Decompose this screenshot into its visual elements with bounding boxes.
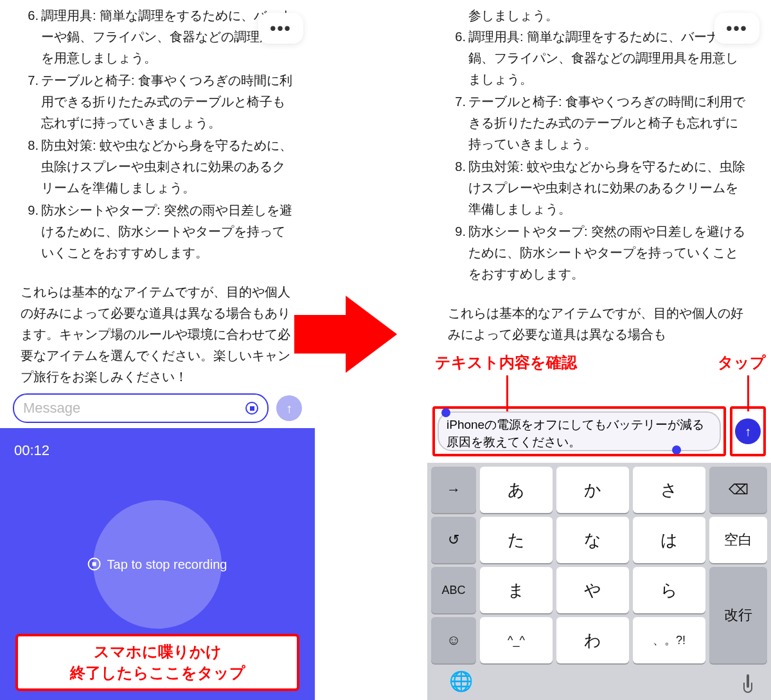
message-text: iPhoneの電源をオフにしてもバッテリーが減る原因を教えてください。 [447, 418, 704, 449]
screen-after: 参しましょう。 調理用具: 簡単な調理をするために、バーナーや鍋、フライパン、食… [427, 0, 771, 700]
list-item: 調理用具: 簡単な調理をするために、バーナーや鍋、フライパン、食器などの調理用具… [448, 26, 750, 90]
list-item-fragment: 参しましょう。 [448, 5, 750, 26]
instruction-callout: スマホに喋りかけ 終了したらここをタップ [15, 634, 299, 691]
key-na[interactable]: な [556, 517, 629, 563]
key-ka[interactable]: か [556, 467, 629, 513]
key-undo[interactable]: ↺ [431, 517, 476, 563]
annotation-check-text: テキスト内容を確認 [435, 352, 577, 388]
key-emoji[interactable]: ☺ [431, 617, 476, 663]
annotation-row: テキスト内容を確認 タップ [427, 352, 771, 388]
key-ma[interactable]: ま [480, 567, 553, 613]
stop-record-icon[interactable] [245, 402, 258, 415]
message-input[interactable]: iPhoneの電源をオフにしてもバッテリーが減る原因を教えてください。 [438, 411, 721, 451]
key-kaomoji[interactable]: ^_^ [480, 617, 553, 663]
selection-handle-end[interactable] [672, 445, 681, 454]
selection-handle-start[interactable] [441, 408, 450, 417]
list-item: 防水シートやタープ: 突然の雨や日差しを避けるために、防水シートやタープを持って… [21, 200, 294, 264]
recording-panel: 00:12 Tap to stop recording スマホに喋りかけ 終了し… [0, 428, 315, 700]
key-next-candidate[interactable]: → [431, 467, 476, 513]
key-wa[interactable]: わ [556, 617, 629, 663]
mic-icon[interactable] [747, 676, 749, 687]
arrow-icon [346, 296, 397, 373]
transition-arrow [315, 289, 427, 379]
message-input[interactable]: Message [13, 393, 269, 423]
filled-input-row: iPhoneの電源をオフにしてもバッテリーが減る原因を教えてください。 ↑ [432, 406, 766, 456]
highlighted-text-field: iPhoneの電源をオフにしてもバッテリーが減る原因を教えてください。 [432, 406, 726, 456]
callout-line1: スマホに喋りかけ [22, 642, 293, 662]
ios-keyboard: → ↺ ABC ☺ あ か さ た な は [427, 463, 771, 700]
globe-icon[interactable]: 🌐 [449, 670, 473, 692]
screen-before: 調理用具: 簡単な調理をするために、バーナーや鍋、フライパン、食器などの調理用具… [0, 0, 315, 700]
chat-content: 調理用具: 簡単な調理をするために、バーナーや鍋、フライパン、食器などの調理用具… [0, 0, 315, 393]
highlighted-send: ↑ [730, 406, 766, 456]
key-return[interactable]: 改行 [709, 567, 767, 663]
list-item: テーブルと椅子: 食事やくつろぎの時間に利用できる折りたたみ式のテーブルと椅子も… [21, 70, 294, 134]
summary-text: これらは基本的なアイテムですが、目的や個人の好みによって必要な道具は異なる場合も [448, 303, 750, 345]
list-item: 防虫対策: 蚊や虫などから身を守るために、虫除けスプレーや虫刺されに効果のあるク… [21, 135, 294, 199]
send-button[interactable]: ↑ [735, 418, 761, 444]
message-placeholder: Message [23, 400, 80, 417]
list-item: 調理用具: 簡単な調理をするために、バーナーや鍋、フライパン、食器などの調理用具… [21, 5, 294, 69]
key-ya[interactable]: や [556, 567, 629, 613]
key-ta[interactable]: た [480, 517, 553, 563]
more-button[interactable]: ••• [258, 13, 303, 44]
callout-line2: 終了したらここをタップ [22, 663, 293, 683]
list-item: 防虫対策: 蚊や虫などから身を守るために、虫除けスプレーや虫刺されに効果のあるク… [448, 156, 750, 220]
key-punct[interactable]: 、。?! [633, 617, 705, 663]
key-ha[interactable]: は [633, 517, 705, 563]
annotation-tap: タップ [718, 352, 766, 388]
chat-content: 参しましょう。 調理用具: 簡単な調理をするために、バーナーや鍋、フライパン、食… [427, 0, 771, 350]
recording-timer: 00:12 [14, 442, 49, 459]
stop-icon [88, 558, 101, 571]
key-a[interactable]: あ [480, 467, 553, 513]
list-item: テーブルと椅子: 食事やくつろぎの時間に利用できる折りたたみ式のテーブルと椅子も… [448, 91, 750, 155]
key-backspace[interactable]: ⌫ [709, 467, 767, 513]
tap-to-stop[interactable]: Tap to stop recording [88, 557, 227, 571]
key-space[interactable]: 空白 [709, 517, 767, 563]
message-input-row: Message ↑ [13, 393, 302, 423]
send-button[interactable]: ↑ [276, 395, 302, 421]
key-sa[interactable]: さ [633, 467, 705, 513]
key-ra[interactable]: ら [633, 567, 705, 613]
key-abc[interactable]: ABC [431, 567, 476, 613]
list-item: 防水シートやタープ: 突然の雨や日差しを避けるために、防水シートやタープを持って… [448, 221, 750, 285]
tap-to-stop-label: Tap to stop recording [107, 557, 227, 571]
more-button[interactable]: ••• [714, 13, 759, 44]
summary-text: これらは基本的なアイテムですが、目的や個人の好みによって必要な道具は異なる場合も… [21, 282, 294, 388]
